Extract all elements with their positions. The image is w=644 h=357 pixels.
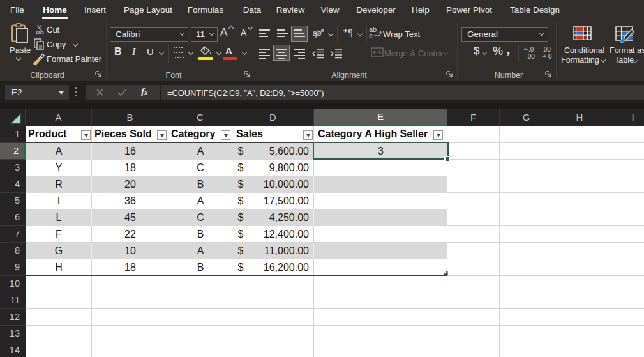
svg-text:c: c [369,32,373,39]
svg-text:.0: .0 [528,46,534,53]
svg-text:¶: ¶ [348,27,353,38]
svg-text:.00: .00 [542,46,551,53]
svg-text:0: 0 [548,53,552,60]
svg-text:.00: .00 [526,53,535,60]
